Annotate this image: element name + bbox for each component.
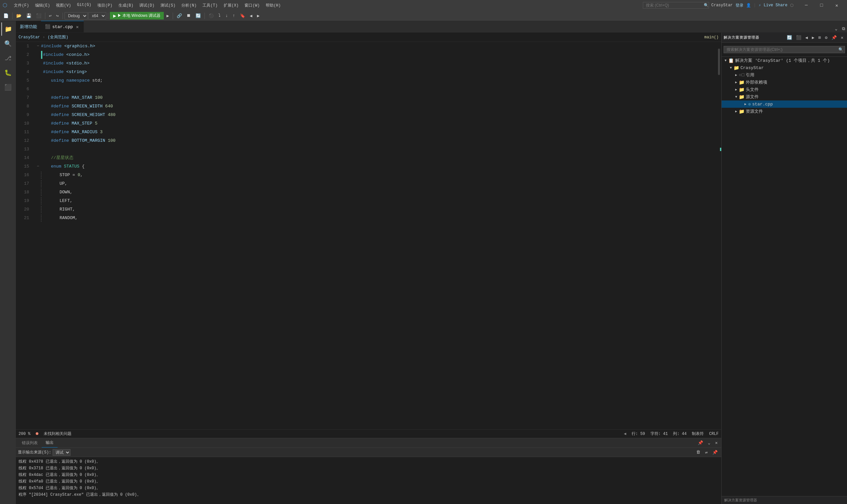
tab-errors[interactable]: 错误列表 [18,438,42,448]
minimize-button[interactable]: ─ [799,0,814,11]
toolbar-step-over[interactable]: ⤵ [217,12,223,19]
scope-breadcrumb[interactable]: (全局范围) [48,34,68,40]
tree-references[interactable]: ▶ ○□ 引用 [722,71,847,79]
menu-git[interactable]: Git(G) [74,1,94,10]
global-search-input[interactable] [643,2,709,8]
live-share-button[interactable]: Live Share [764,3,788,7]
toolbar-restart[interactable]: 🔄 [193,12,203,19]
run-button[interactable]: ▶ ▶ 本地 Windows 调试器 [110,12,164,19]
toolbar-bookmark[interactable]: 🔖 [238,12,247,19]
debug-config-select[interactable]: Debug [65,12,88,19]
menu-window[interactable]: 窗口(W) [242,1,262,10]
expand-star-cpp[interactable]: ▶ [743,102,748,107]
problems-indicator[interactable]: 200 % [19,432,31,436]
sol-nav-back-btn[interactable]: ◀ [803,34,810,41]
menu-extend[interactable]: 扩展(X) [221,1,242,10]
editor-scrollbar[interactable] [716,42,721,429]
fold-1[interactable]: ─ [36,44,40,49]
val-640: 640 [105,102,113,111]
solution-tree[interactable]: ▼ 📋 解决方案 'CrasyStar' (1 个项目，共 1 个) ▼ 📁 C… [722,57,847,496]
line-num-5: 5 [19,76,29,85]
expand-resources[interactable]: ▶ [733,109,739,114]
sol-view-btn[interactable]: ⊞ [817,34,823,41]
expand-refs[interactable]: ▶ [733,72,739,78]
menu-tools[interactable]: 工具(T) [200,1,220,10]
maximize-button[interactable]: □ [814,0,829,11]
toolbar-new-file[interactable]: 📄 [1,12,11,19]
enum-down: DOWN [59,188,70,197]
sol-filter-btn[interactable]: ⬛ [794,34,803,41]
output-clear-btn[interactable]: 🗑 [694,449,702,455]
toolbar-attach[interactable]: 🔗 [175,12,184,19]
menu-file[interactable]: 文件(F) [11,1,32,10]
toolbar-save-all[interactable]: ⬛ [34,12,44,19]
toolbar-undo[interactable]: ↩ [47,12,54,19]
toolbar-open[interactable]: 📂 [14,12,23,19]
toolbar-step-out[interactable]: ↑ [230,12,237,19]
output-pin-btn[interactable]: 📌 [711,449,719,456]
sidebar-debug-icon[interactable]: 🐛 [1,66,15,79]
menu-test[interactable]: 测试(S) [158,1,178,10]
menu-build[interactable]: 生成(B) [116,1,136,10]
sol-refresh-btn[interactable]: 🔄 [785,34,794,41]
editor-bottom-bar: 200 % 未找到相关问题 ◀ 行: 59 字符: 41 列: 44 制表符 C… [16,429,721,438]
nav-arrow-left[interactable]: ◀ [624,431,626,436]
split-editor-button[interactable]: ⧉ [840,25,847,32]
close-button[interactable]: ✕ [829,0,844,11]
tree-star-cpp[interactable]: ▶ ⊕ star.cpp [722,101,847,108]
output-panel[interactable]: 线程 0x4378 已退出，返回值为 0 (0x0)。 线程 0x3718 已退… [16,457,721,504]
sidebar-explorer-icon[interactable]: 📁 [1,22,15,36]
output-source-select[interactable]: 调试 [53,449,70,456]
login-button[interactable]: 登录 [736,3,743,8]
expand-headers[interactable]: ▶ [733,87,739,92]
panel-close-btn[interactable]: ✕ [713,439,719,446]
solution-search-input[interactable] [724,46,845,53]
toolbar-breakpoint[interactable]: ⚫ [206,12,216,19]
tab-list-button[interactable]: ⌄ [833,25,840,32]
sidebar-extensions-icon[interactable]: ⬛ [1,80,15,94]
tab-output[interactable]: 输出 [42,438,57,448]
sidebar-search-icon[interactable]: 🔍 [1,37,15,50]
tree-headers[interactable]: ▶ 📁 头文件 [722,86,847,93]
menu-view[interactable]: 视图(V) [53,1,74,10]
output-wrap-btn[interactable]: ⇌ [704,449,709,456]
tree-resources[interactable]: ▶ 📁 资源文件 [722,108,847,115]
tree-external-deps[interactable]: ▶ 📁 外部依赖项 [722,79,847,86]
fold-15[interactable]: ─ [36,164,40,169]
menu-edit[interactable]: 编辑(E) [32,1,53,10]
sidebar-git-icon[interactable]: ⎇ [1,52,15,65]
toolbar-step-into[interactable]: ↓ [223,12,230,19]
solution-panel-header: 解决方案资源管理器 🔄 ⬛ ◀ ▶ ⊞ ⚙ 📌 ✕ [722,33,847,43]
sol-close-btn[interactable]: ✕ [839,34,845,41]
panel-collapse-btn[interactable]: ⌄ [706,439,712,446]
toolbar-stop[interactable]: ⏹ [185,12,193,19]
expand-ext[interactable]: ▶ [733,80,739,85]
tab-star-cpp[interactable]: ⬛ star.cpp ✕ [41,21,84,32]
project-breadcrumb[interactable]: CrasyStar [19,35,40,40]
sol-nav-fwd-btn[interactable]: ▶ [810,34,816,41]
toolbar-save[interactable]: 💾 [24,12,33,19]
toolbar-nav-back[interactable]: ◀ [248,12,255,19]
scrollbar-thumb[interactable] [718,49,720,75]
tab-new-feature[interactable]: 新增功能 [16,21,41,32]
menu-help[interactable]: 帮助(H) [263,1,283,10]
toolbar-redo[interactable]: ↪ [54,12,61,19]
tree-solution[interactable]: ▼ 📋 解决方案 'CrasyStar' (1 个项目，共 1 个) [722,57,847,64]
menu-analyze[interactable]: 分析(N) [179,1,199,10]
tree-sources[interactable]: ▼ 📁 源文件 [722,93,847,101]
sol-pin-btn[interactable]: 📌 [830,34,839,41]
panel-pin-btn[interactable]: 📌 [696,439,705,446]
toolbar-continue[interactable]: ▶ [165,12,171,19]
tree-project[interactable]: ▼ 📁 CrasyStar [722,64,847,71]
expand-solution[interactable]: ▼ [723,58,728,63]
menu-debug[interactable]: 调试(D) [137,1,157,10]
expand-project[interactable]: ▼ [728,65,733,70]
sol-settings-btn[interactable]: ⚙ [823,34,829,41]
toolbar-nav-fwd[interactable]: ▶ [255,12,262,19]
func-breadcrumb[interactable]: main() [704,35,719,40]
platform-select[interactable]: x64 [88,12,106,19]
menu-project[interactable]: 项目(P) [94,1,115,10]
code-area[interactable]: ─ #include <graphics.h> #include <conio.… [33,42,716,429]
tab-close-button[interactable]: ✕ [75,24,80,30]
expand-sources[interactable]: ▼ [733,94,739,100]
